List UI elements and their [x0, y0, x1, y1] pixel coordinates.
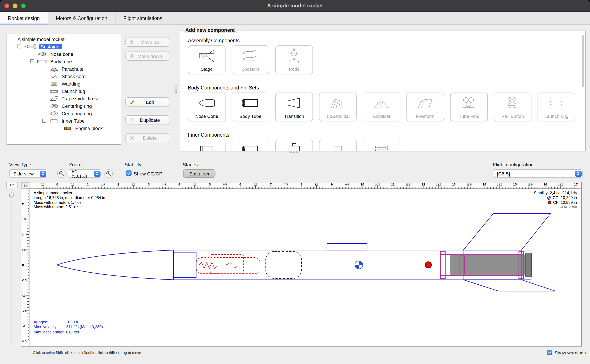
rocket-icon [25, 44, 37, 49]
add-body-tube-button[interactable]: Body Tube [232, 92, 269, 121]
view-type-select[interactable]: Side view [9, 169, 47, 178]
stage-toggle-sustainer[interactable]: Sustainer [183, 169, 216, 178]
flight-config-select[interactable]: [C6-5] [493, 169, 583, 178]
tree-item-label: Trapezoidal fin set [62, 96, 101, 101]
select-arrows-icon [575, 170, 582, 176]
add-nose-cone-button[interactable]: Nose Cone [188, 92, 226, 121]
tree-item-wadding[interactable]: Wadding [7, 80, 121, 87]
vertical-divider-handle[interactable] [175, 85, 177, 93]
tab-motors-configuration[interactable]: Motors & Configuration [48, 12, 116, 25]
tree-item-centering-ring-1[interactable]: Centering ring [7, 102, 121, 110]
collapse-icon[interactable] [30, 59, 34, 63]
add-engine-block-button[interactable] [363, 140, 400, 151]
rail-button-icon [503, 96, 522, 110]
cp-legend-icon [548, 201, 552, 204]
add-coupler-button[interactable] [188, 140, 226, 151]
view-type-value: Side view [13, 171, 34, 176]
svg-text:-2,5: -2,5 [22, 340, 27, 343]
show-warnings-label: Show warnings [555, 350, 586, 355]
svg-text:13,5: 13,5 [467, 183, 472, 186]
tree-item-launch-lug[interactable]: Launch lug [7, 87, 121, 95]
zoom-in-button[interactable] [104, 169, 113, 178]
tree-item-nose-cone[interactable]: Nose cone [7, 50, 121, 58]
svg-text:0: 0 [22, 263, 24, 267]
svg-text:12: 12 [422, 182, 425, 186]
view-type-label: View Type: [9, 162, 33, 167]
centering-ring-outline [441, 251, 445, 279]
tree-item-sustainer[interactable]: Sustainer [7, 43, 121, 50]
tree-item-parachute[interactable]: Parachute [7, 65, 121, 72]
close-button[interactable] [4, 4, 9, 8]
rotation-slider-knob[interactable] [9, 193, 14, 197]
cp-marker [425, 262, 431, 268]
svg-text:-1,5: -1,5 [22, 309, 27, 312]
hint-click-select: Click to select [33, 351, 56, 355]
svg-text:9,5: 9,5 [345, 183, 349, 186]
collapse-icon[interactable] [42, 119, 46, 123]
svg-text:10: 10 [361, 182, 364, 186]
svg-text:8: 8 [301, 182, 302, 186]
section-body-components: Body Components and Fin Sets [188, 85, 259, 90]
rocket-view[interactable]: in -0,500,511,522,533,544,555,566,577,58… [21, 182, 582, 346]
show-cgcp-checkbox[interactable] [126, 170, 132, 176]
horizontal-divider-handle[interactable] [290, 151, 297, 153]
add-stage-button[interactable]: Stage [188, 46, 226, 74]
tree-item-engine-block[interactable]: Engine block [7, 124, 121, 132]
zoom-label: Zoom: [69, 162, 83, 167]
tree-item-label: Body tube [50, 59, 72, 64]
freeform-fin-icon [416, 96, 435, 110]
svg-text:1,5: 1,5 [22, 218, 26, 221]
tree-item-centering-ring-2[interactable]: Centering ring [7, 110, 121, 117]
collapse-icon[interactable] [18, 45, 21, 48]
velocity-value: 311 ft/s (Mach 0,280) [66, 325, 103, 329]
svg-text:4,5: 4,5 [193, 183, 196, 186]
tree-item-inner-tube[interactable]: Inner Tube [7, 117, 121, 124]
delete-button: Delete [125, 133, 169, 142]
tree-item-fin-set[interactable]: Trapezoidal fin set [7, 95, 121, 102]
upper-fin [463, 214, 551, 250]
app-window: A simple model rocket Rocket design Moto… [0, 0, 590, 364]
bulkhead-icon [328, 143, 348, 151]
show-warnings-checkbox[interactable] [547, 350, 552, 355]
tree-item-shock-cord[interactable]: Shock cord [7, 72, 121, 80]
zoom-window-button[interactable] [21, 4, 26, 8]
tree-item-body-tube[interactable]: Body tube [7, 58, 121, 65]
rocket-drawing[interactable] [57, 214, 556, 291]
zoom-select[interactable]: Fit (53,1%) [68, 169, 101, 178]
lower-fin [463, 280, 556, 291]
tree-root[interactable]: A simple model rocket [7, 35, 121, 43]
tab-flight-simulations[interactable]: Flight simulations [116, 12, 171, 25]
svg-text:3,5: 3,5 [162, 183, 166, 186]
rotation-slider-track[interactable] [11, 191, 12, 343]
svg-text:5,5: 5,5 [223, 183, 227, 186]
svg-text:16,5: 16,5 [558, 183, 563, 186]
svg-text:8,5: 8,5 [315, 183, 318, 186]
shock-cord-outline [196, 258, 260, 274]
svg-text:14: 14 [483, 182, 486, 186]
nose-cone-icon [37, 51, 48, 57]
title-bar: A simple model rocket [0, 0, 590, 12]
pencil-icon [129, 99, 135, 104]
svg-text:1,5: 1,5 [101, 183, 105, 186]
body-tube-component-icon [241, 96, 260, 110]
zoom-out-button[interactable] [57, 169, 66, 178]
duplicate-button[interactable]: Duplicate [125, 115, 169, 124]
edit-button[interactable]: Edit [125, 97, 169, 106]
svg-text:3: 3 [148, 182, 150, 186]
tree-item-label: Nose cone [50, 51, 73, 57]
centering-ring-icon [49, 111, 59, 116]
add-inner-tube-button[interactable] [232, 140, 269, 151]
minimize-button[interactable] [13, 4, 18, 8]
tab-rocket-design[interactable]: Rocket design [0, 12, 48, 25]
tree-item-label: Engine block [75, 125, 103, 131]
body-tube-icon [37, 59, 48, 64]
coupler-icon [197, 143, 216, 151]
window-controls [4, 4, 26, 8]
add-transition-button[interactable]: Transition [275, 92, 313, 121]
add-centering-ring-button[interactable] [275, 140, 313, 151]
add-bulkhead-button[interactable] [319, 140, 357, 151]
svg-text:14,5: 14,5 [497, 183, 502, 186]
svg-text:17: 17 [574, 182, 578, 186]
apogee-value: 1039 ft [66, 320, 78, 324]
panel-scrollbar[interactable] [582, 35, 584, 87]
